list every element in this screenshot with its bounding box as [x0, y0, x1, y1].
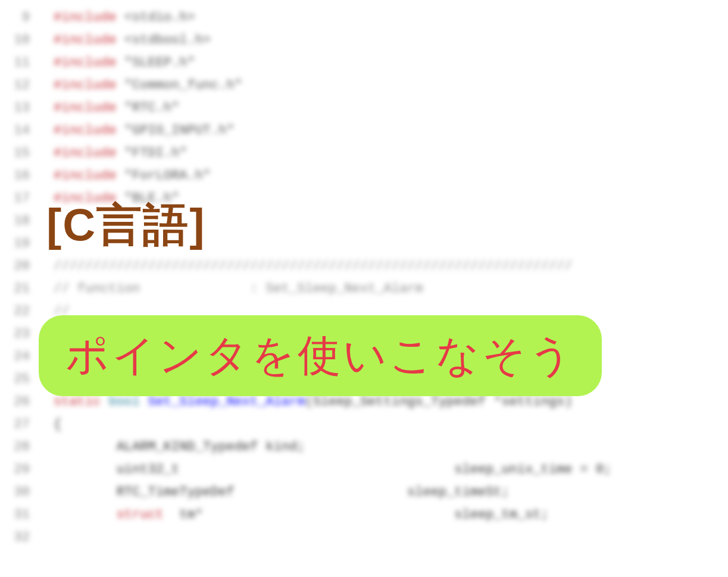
code-line: 9#include <stdio.h>: [0, 6, 728, 29]
line-number: 19: [0, 236, 54, 251]
line-number: 18: [0, 214, 54, 228]
line-number: 16: [0, 168, 54, 183]
line-number: 14: [0, 123, 54, 138]
code-line: 29 uint32_t sleep_unix_time = 0;: [0, 458, 728, 481]
line-number: 21: [0, 281, 54, 296]
line-number: 15: [0, 146, 54, 161]
code-line: 28 ALARM_KIND_Typedef kind;: [0, 435, 728, 458]
line-number: 13: [0, 101, 54, 115]
line-number: 10: [0, 33, 54, 48]
line-number: 9: [0, 10, 54, 25]
code-line: 31 struct tm* sleep_tm_st;: [0, 503, 728, 526]
code-line: 21// function : Set_Sleep_Next_Alarm: [0, 277, 728, 300]
code-line: 20//////////////////////////////////////…: [0, 255, 728, 277]
title-badge: [C言語]: [46, 195, 206, 256]
code-line: 15#include "FTDI.h": [0, 142, 728, 164]
line-number: 22: [0, 304, 54, 319]
code-line: 11#include "SLEEP.h": [0, 51, 728, 74]
code-line: 10#include <stdbool.h>: [0, 29, 728, 51]
code-line: 30 RTC_TimeTypeDef sleep_timeSt;: [0, 481, 728, 503]
code-line: 14#include "GPIO_INPUT.h": [0, 119, 728, 142]
code-line: 27{: [0, 413, 728, 435]
code-line: 12#include "Common_func.h": [0, 74, 728, 96]
line-number: 11: [0, 55, 54, 70]
code-background: 9#include <stdio.h>10#include <stdbool.h…: [0, 6, 728, 548]
subtitle-badge: ポインタを使いこなそう: [39, 315, 602, 396]
code-line: 32: [0, 526, 728, 548]
code-line: 13#include "RTC.h": [0, 96, 728, 119]
line-number: 17: [0, 191, 54, 206]
line-number: 12: [0, 78, 54, 93]
line-number: 20: [0, 259, 54, 274]
code-line: 16#include "ForLORA.h": [0, 164, 728, 187]
